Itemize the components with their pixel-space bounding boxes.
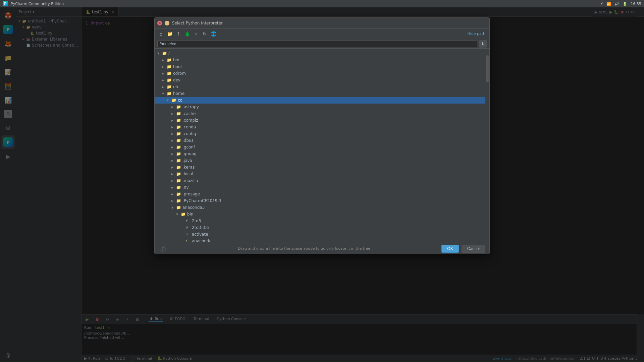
tree-arrow: ▶: [162, 59, 166, 62]
item-icon: 📁: [171, 98, 177, 103]
item-icon: 📁: [176, 125, 181, 129]
tree-item[interactable]: ▼📁bin: [155, 211, 485, 218]
item-icon: 📁: [176, 172, 181, 176]
new-folder-btn[interactable]: 📁: [166, 30, 173, 38]
tree-arrow: ▼: [171, 206, 175, 209]
item-icon: ⚡: [185, 232, 191, 237]
tree-item[interactable]: ▶📁.compiz: [155, 117, 485, 124]
item-label: .config: [182, 131, 196, 136]
item-icon: 📁: [176, 131, 181, 136]
item-icon: 📁: [176, 185, 181, 190]
item-label: /: [168, 51, 170, 56]
modal-scrollbar[interactable]: [485, 49, 489, 243]
tree-item[interactable]: ▼📁cc: [155, 97, 485, 104]
volume-icon: 🔊: [614, 2, 619, 6]
modal-titlebar: ✕ − Select Python Interpreter: [155, 18, 489, 28]
tree-item[interactable]: ▶📁.presage: [155, 191, 485, 197]
tree-item[interactable]: ▼📁home: [155, 90, 485, 97]
hide-path-btn[interactable]: Hide path: [466, 31, 487, 37]
item-label: bin: [187, 212, 194, 217]
tree-arrow: ▶: [162, 65, 166, 68]
tree-item[interactable]: ▼📁/: [155, 50, 485, 57]
ok-button[interactable]: OK: [441, 245, 459, 253]
tree-arrow: ▶: [171, 166, 175, 169]
bluetooth-icon: ⚡: [601, 2, 603, 6]
tree-item[interactable]: ▶📁.gconf: [155, 144, 485, 150]
tree-item[interactable]: ▶📁.conda: [155, 124, 485, 130]
parent-dir-btn[interactable]: ↑: [175, 30, 182, 38]
item-icon: ⚡: [185, 219, 191, 223]
tree-item[interactable]: ▶📁.gnupg: [155, 150, 485, 157]
tree-arrow: ▶: [162, 79, 166, 82]
tree-item[interactable]: ⚡2to3: [155, 218, 485, 224]
network-icon: 📶: [606, 2, 611, 6]
web-btn[interactable]: 🌐: [210, 30, 217, 38]
item-icon: 📁: [176, 152, 181, 156]
cancel-button[interactable]: Cancel: [462, 245, 485, 253]
tree-arrow: ▼: [157, 52, 161, 55]
tree-arrow: ▼: [176, 213, 180, 216]
tree-item[interactable]: ▶📁.java: [155, 157, 485, 164]
item-icon: 📁: [176, 105, 181, 109]
tree-item[interactable]: ⚡activate: [155, 231, 485, 238]
item-label: .gnupg: [182, 152, 197, 156]
item-icon: 📁: [167, 84, 172, 89]
modal-min-btn[interactable]: −: [165, 21, 169, 25]
tree-item[interactable]: ▶📁.astropy: [155, 104, 485, 110]
tree-item[interactable]: ▶📁boot: [155, 63, 485, 70]
tree-item[interactable]: ▶📁bin: [155, 57, 485, 63]
modal-title: Select Python Interpreter: [172, 21, 487, 25]
tree-item[interactable]: ⚡2to3-3.6: [155, 224, 485, 231]
item-icon: 📁: [176, 158, 181, 163]
tree-item[interactable]: ▶📁.config: [155, 130, 485, 137]
item-icon: 📁: [167, 64, 172, 69]
tree-item[interactable]: ⚡anaconda: [155, 238, 485, 243]
path-download-btn[interactable]: ⬇: [479, 40, 487, 48]
tree-arrow: ▶: [171, 126, 175, 129]
modal-close-btn[interactable]: ✕: [157, 21, 162, 25]
refresh-btn[interactable]: ↻: [201, 30, 208, 38]
tree-arrow: ▶: [162, 72, 166, 75]
tree-item[interactable]: ▶📁.dbus: [155, 137, 485, 144]
tree-item[interactable]: ▶📁dev: [155, 77, 485, 83]
item-label: dev: [173, 78, 180, 82]
expand-tree-btn[interactable]: 🌲: [183, 30, 191, 38]
tree-arrow: ▶: [171, 153, 175, 156]
item-icon: 📁: [176, 145, 181, 149]
tree-item[interactable]: ▶📁.local: [155, 171, 485, 177]
tree-item[interactable]: ▶📁.nv: [155, 184, 485, 191]
item-label: .java: [182, 158, 192, 163]
item-label: bin: [173, 58, 179, 62]
item-icon: 📁: [176, 165, 181, 170]
tree-arrow: ▶: [171, 173, 175, 176]
tree-item[interactable]: ▶📁.cache: [155, 110, 485, 117]
question-icon: ?: [160, 246, 166, 252]
footer-hint: Drag and drop a file into the space abov…: [238, 246, 370, 251]
item-label: .astropy: [182, 105, 199, 109]
item-label: etc: [173, 84, 179, 89]
tree-item[interactable]: ▶📁.mozilla: [155, 177, 485, 184]
modal-overlay: ✕ − Select Python Interpreter ⌂ 📁 ↑ 🌲 ✕ …: [0, 7, 644, 362]
footer-buttons: OK Cancel: [441, 245, 485, 253]
tree-item[interactable]: ▶📁etc: [155, 83, 485, 90]
tree-item[interactable]: ▶📁.keras: [155, 164, 485, 171]
item-icon: ⚡: [185, 239, 191, 243]
delete-btn[interactable]: ✕: [192, 30, 200, 38]
tree-arrow: ▶: [162, 85, 166, 88]
tree-item[interactable]: ▶📁.PyCharmCE2019.3: [155, 197, 485, 204]
taskbar-top: P PyCharm Community Edition ⚡ 📶 🔊 🔋 16:5…: [0, 0, 644, 7]
item-label: .dbus: [182, 138, 194, 143]
path-input[interactable]: [157, 41, 477, 47]
tree-arrow: ▶: [171, 119, 175, 122]
taskbar-title: P PyCharm Community Edition: [3, 1, 64, 6]
tree-arrow: ▼: [162, 92, 166, 95]
tree-item[interactable]: ▶📁cdrom: [155, 70, 485, 77]
home-btn[interactable]: ⌂: [157, 30, 165, 38]
item-icon: 📁: [176, 178, 181, 183]
help-btn[interactable]: ?: [159, 246, 167, 252]
tree-item[interactable]: ▼📁anaconda3: [155, 204, 485, 211]
scrollbar-thumb[interactable]: [486, 55, 489, 82]
item-icon: 📁: [176, 118, 181, 123]
item-label: anaconda: [192, 239, 212, 243]
select-interpreter-dialog: ✕ − Select Python Interpreter ⌂ 📁 ↑ 🌲 ✕ …: [154, 17, 490, 254]
